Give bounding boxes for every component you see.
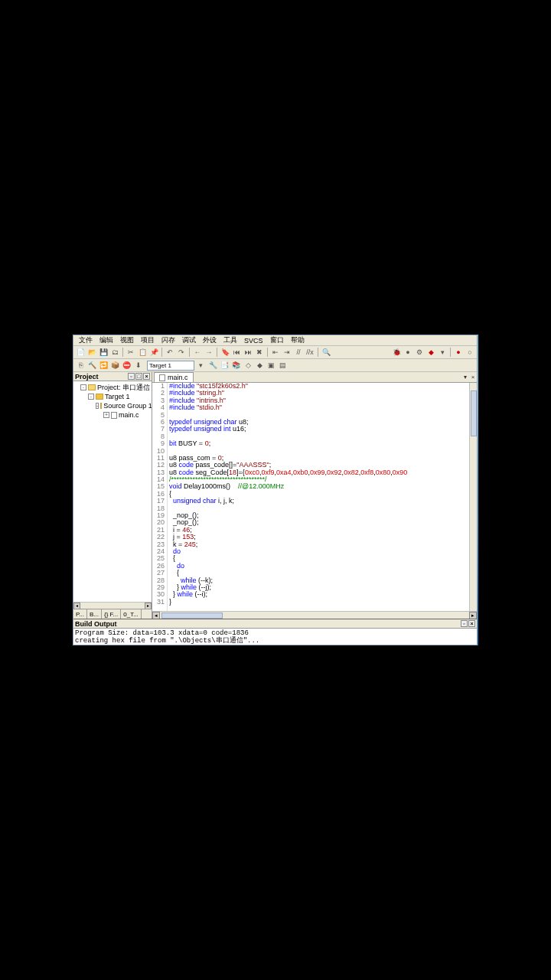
save-all-icon[interactable]: 🗂 <box>109 347 120 358</box>
menu-item-调试[interactable]: 调试 <box>179 335 199 345</box>
menu-item-项目[interactable]: 项目 <box>138 335 158 345</box>
c-file-icon <box>159 374 165 381</box>
menu-item-窗口[interactable]: 窗口 <box>267 335 287 345</box>
vscroll-thumb[interactable] <box>471 390 477 436</box>
bookmark-icon[interactable]: 🔖 <box>220 347 230 358</box>
project-tab-0[interactable]: P... <box>73 609 87 619</box>
menu-item-SVCS[interactable]: SVCS <box>241 337 266 345</box>
bookmark-clear-icon[interactable]: ✖ <box>254 347 265 358</box>
tb2-b-icon[interactable]: ◆ <box>254 360 265 371</box>
project-tab-1[interactable]: B... <box>87 609 102 619</box>
target-dropdown-icon[interactable]: ▾ <box>195 360 206 371</box>
code-editor[interactable]: 1234567891011121314151617181920212223242… <box>152 383 477 611</box>
project-tab-3[interactable]: 0_T... <box>121 609 142 619</box>
code-text[interactable]: #include "stc15f2k60s2.h"#include "strin… <box>168 383 469 611</box>
hscroll-thumb[interactable] <box>161 612 223 619</box>
build-output-text[interactable]: Program Size: data=103.3 xdata=0 code=18… <box>73 629 477 645</box>
target-folder-icon <box>96 394 103 400</box>
cut-icon[interactable]: ✂ <box>126 347 136 358</box>
record-icon[interactable]: ● <box>453 347 464 358</box>
file-ext-icon[interactable]: 📑 <box>219 360 230 371</box>
editor-hscroll[interactable]: ◂ ▸ <box>152 611 477 619</box>
tree-collapse-icon[interactable]: - <box>96 403 99 409</box>
config-icon[interactable]: ⚙ <box>414 347 425 358</box>
target-select[interactable]: Target 1 <box>147 361 194 371</box>
editor-pane: main.c ▾ × 12345678910111213141516171819… <box>152 372 477 619</box>
stop-build-icon[interactable]: ⛔ <box>121 360 132 371</box>
menu-item-文件[interactable]: 文件 <box>76 335 96 345</box>
batch-build-icon[interactable]: 📦 <box>109 360 120 371</box>
project-tab-2[interactable]: {} F... <box>102 609 121 619</box>
undo-icon[interactable]: ↶ <box>165 347 175 358</box>
manage-icon[interactable]: 📚 <box>230 360 241 371</box>
tree-group-label[interactable]: Source Group 1 <box>103 402 152 410</box>
rebuild-icon[interactable]: 🔁 <box>98 360 109 371</box>
menu-item-闪存[interactable]: 闪存 <box>158 335 178 345</box>
tb2-a-icon[interactable]: ◇ <box>243 360 253 371</box>
dropdown-icon[interactable]: ▾ <box>437 347 448 358</box>
translate-icon[interactable]: ⎘ <box>75 360 86 371</box>
build-output-title: Build Output ▫ × <box>73 619 477 629</box>
tb2-d-icon[interactable]: ▤ <box>277 360 288 371</box>
paste-icon[interactable]: 📌 <box>148 347 159 358</box>
menu-item-编辑[interactable]: 编辑 <box>96 335 116 345</box>
pane-max-icon[interactable]: □ <box>135 373 142 380</box>
tree-expand-icon[interactable]: + <box>103 412 109 418</box>
bookmark-next-icon[interactable]: ⏭ <box>243 347 253 358</box>
new-file-icon[interactable]: 📄 <box>75 347 86 358</box>
pane-pin-icon[interactable]: ▫ <box>461 620 468 627</box>
ide-window: 文件编辑视图项目闪存调试外设工具SVCS窗口帮助 📄 📂 💾 🗂 ✂ 📋 📌 ↶… <box>73 335 478 645</box>
comment-icon[interactable]: // <box>293 347 304 358</box>
pane-close-icon[interactable]: × <box>468 620 475 627</box>
debug-icon[interactable]: 🐞 <box>391 347 402 358</box>
main-toolbar: 📄 📂 💾 🗂 ✂ 📋 📌 ↶ ↷ ← → 🔖 ⏮ ⏭ ✖ ⇤ ⇥ // //x… <box>73 346 477 359</box>
menu-item-视图[interactable]: 视图 <box>117 335 137 345</box>
bookmark-prev-icon[interactable]: ⏮ <box>231 347 242 358</box>
tree-project-label[interactable]: Project: 串口通信 <box>97 383 150 393</box>
project-pane-tabs: P...B...{} F...0_T... <box>73 609 152 619</box>
project-tree[interactable]: -Project: 串口通信 -Target 1 -Source Group 1… <box>73 381 152 602</box>
line-gutter: 1234567891011121314151617181920212223242… <box>152 383 168 611</box>
project-folder-icon <box>88 384 96 390</box>
editor-tabs: main.c ▾ × <box>152 372 477 383</box>
c-file-icon <box>111 412 117 419</box>
build-toolbar: ⎘ 🔨 🔁 📦 ⛔ ⬇ Target 1 ▾ 🔧 📑 📚 ◇ ◆ ▣ ▤ <box>73 359 477 372</box>
stop-icon[interactable]: ○ <box>465 347 475 358</box>
group-folder-icon <box>100 403 102 409</box>
build-icon[interactable]: 🔨 <box>86 360 97 371</box>
project-pane-title: Project ▫ □ × <box>73 372 152 381</box>
tree-collapse-icon[interactable]: - <box>80 384 86 390</box>
tab-dropdown-icon[interactable]: ▾ <box>461 374 469 381</box>
open-file-icon[interactable]: 📂 <box>86 347 97 358</box>
editor-tab-main[interactable]: main.c <box>154 372 194 382</box>
tb2-c-icon[interactable]: ▣ <box>266 360 276 371</box>
download-icon[interactable]: ⬇ <box>133 360 144 371</box>
indent-left-icon[interactable]: ⇤ <box>270 347 281 358</box>
redo-icon[interactable]: ↷ <box>176 347 187 358</box>
uncomment-icon[interactable]: //x <box>305 347 315 358</box>
build-output-pane: Build Output ▫ × Program Size: data=103.… <box>73 619 477 645</box>
tree-collapse-icon[interactable]: - <box>88 394 94 400</box>
save-icon[interactable]: 💾 <box>98 347 109 358</box>
nav-fwd-icon[interactable]: → <box>204 347 214 358</box>
tree-target-label[interactable]: Target 1 <box>105 393 130 400</box>
copy-icon[interactable]: 📋 <box>137 347 148 358</box>
indent-right-icon[interactable]: ⇥ <box>282 347 292 358</box>
project-pane: Project ▫ □ × -Project: 串口通信 -Target 1 -… <box>73 372 152 619</box>
options-icon[interactable]: ◆ <box>425 347 436 358</box>
menu-bar: 文件编辑视图项目闪存调试外设工具SVCS窗口帮助 <box>73 335 477 346</box>
breakpoint-icon[interactable]: ● <box>403 347 413 358</box>
tab-close-icon[interactable]: × <box>469 374 477 381</box>
editor-vscroll[interactable] <box>469 383 477 611</box>
find-icon[interactable]: 🔍 <box>321 347 331 358</box>
pane-close-icon[interactable]: × <box>143 373 150 380</box>
menu-item-工具[interactable]: 工具 <box>220 335 240 345</box>
pane-pin-icon[interactable]: ▫ <box>128 373 135 380</box>
nav-back-icon[interactable]: ← <box>192 347 203 358</box>
project-hscroll[interactable]: ◂ ▸ <box>73 602 152 609</box>
menu-item-外设[interactable]: 外设 <box>200 335 220 345</box>
editor-tab-label: main.c <box>168 374 188 381</box>
menu-item-帮助[interactable]: 帮助 <box>288 335 308 345</box>
target-options-icon[interactable]: 🔧 <box>207 360 218 371</box>
tree-file-label[interactable]: main.c <box>119 411 139 419</box>
